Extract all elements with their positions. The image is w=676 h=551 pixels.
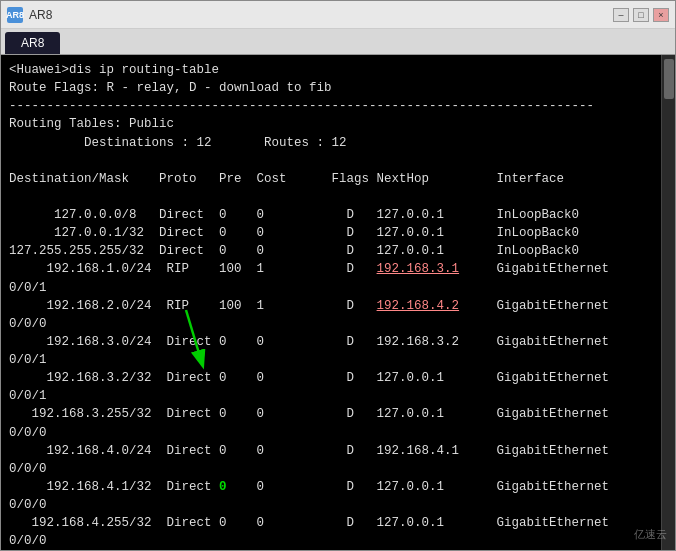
title-bar: AR8 AR8 – □ × (1, 1, 675, 29)
app-icon: AR8 (7, 7, 23, 23)
close-button[interactable]: × (653, 8, 669, 22)
title-bar-text: AR8 (29, 8, 607, 22)
icon-label: AR8 (6, 10, 24, 20)
terminal-output[interactable]: <Huawei>dis ip routing-table Route Flags… (1, 55, 661, 550)
tab-label: AR8 (21, 36, 44, 50)
terminal-container: <Huawei>dis ip routing-table Route Flags… (1, 55, 675, 550)
tab-bar: AR8 (1, 29, 675, 55)
scrollbar-thumb[interactable] (664, 59, 674, 99)
scrollbar[interactable] (661, 55, 675, 550)
maximize-button[interactable]: □ (633, 8, 649, 22)
window-controls: – □ × (613, 8, 669, 22)
tab-ar8[interactable]: AR8 (5, 32, 60, 54)
minimize-button[interactable]: – (613, 8, 629, 22)
main-window: AR8 AR8 – □ × AR8 <Huawei>dis ip routing… (0, 0, 676, 551)
line-1: <Huawei>dis ip routing-table Route Flags… (9, 63, 609, 550)
